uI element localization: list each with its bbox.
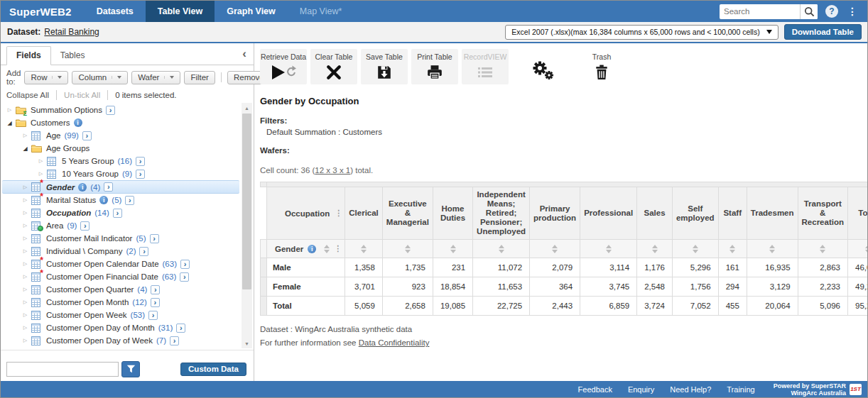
field-filter-input[interactable] — [6, 362, 119, 377]
info-icon[interactable]: i — [78, 183, 87, 192]
expand-node-icon[interactable]: ▷ — [21, 261, 30, 267]
open-field-arrow-icon[interactable]: › — [104, 182, 113, 192]
tab-tables[interactable]: Tables — [51, 47, 94, 65]
expand-node-icon[interactable]: ▷ — [21, 133, 30, 138]
expand-node-icon[interactable]: ▷ — [21, 338, 30, 343]
export-format-select[interactable]: Excel 2007 (.xlsx)(max 16,384 columns x … — [505, 25, 778, 40]
info-icon[interactable]: i — [99, 196, 108, 204]
column-menu-icon[interactable]: ⋮ — [335, 209, 342, 218]
download-table-button[interactable]: Download Table — [784, 24, 862, 40]
nav-tab-graph-view[interactable]: Graph View — [215, 1, 288, 22]
open-field-arrow-icon[interactable]: › — [136, 170, 145, 179]
open-field-arrow-icon[interactable]: › — [113, 209, 122, 218]
column-header-total[interactable]: Total — [847, 187, 867, 240]
column-header-tradesmen[interactable]: Tradesmen — [747, 187, 798, 240]
column-header-professional[interactable]: Professional — [580, 187, 637, 240]
tree-item-gender[interactable]: ▷*Genderi(4)› — [2, 180, 239, 194]
sort-toggle-icon[interactable] — [405, 245, 411, 253]
retrieve-data-button[interactable]: Retrieve Data — [260, 49, 307, 84]
collapse-node-icon[interactable]: ◢ — [5, 120, 14, 126]
tree-item-5-years-group[interactable]: ▷5 Years Group(16)› — [2, 155, 239, 167]
footer-link-feedback[interactable]: Feedback — [578, 385, 612, 394]
sort-toggle-icon[interactable] — [820, 245, 825, 253]
tree-item-customer-open-financial-date[interactable]: ▷*Customer Open Financial Date(63)› — [2, 270, 239, 283]
open-field-arrow-icon[interactable]: › — [170, 336, 179, 346]
open-field-arrow-icon[interactable]: › — [139, 247, 148, 256]
print-table-button[interactable]: Print Table — [411, 49, 458, 84]
tree-item-individual-company[interactable]: ▷Individual \ Company(2)› — [2, 245, 239, 258]
column-dimension-header[interactable]: Occupation⋮ — [267, 187, 345, 240]
tree-item-area[interactable]: ▷Area(9)› — [2, 219, 239, 232]
scroll-up-icon[interactable]: ▲ — [242, 103, 252, 113]
expand-node-icon[interactable]: ▷ — [21, 210, 30, 216]
open-field-arrow-icon[interactable]: › — [125, 196, 134, 205]
expand-node-icon[interactable]: ▷ — [21, 287, 30, 292]
footer-link-enquiry[interactable]: Enquiry — [628, 385, 654, 394]
expand-node-icon[interactable]: ▷ — [21, 299, 30, 305]
nav-tab-table-view[interactable]: Table View — [146, 1, 215, 22]
tree-item-customer-open-day-of-month[interactable]: ▷Customer Open Day of Month(31)› — [2, 321, 239, 334]
tree-item-customer-mail-indicator[interactable]: ▷Customer Mail Indicator(5)› — [2, 232, 239, 245]
sort-toggle-icon[interactable] — [450, 245, 456, 253]
save-table-button[interactable]: Save Table — [361, 49, 408, 84]
open-field-arrow-icon[interactable]: › — [150, 234, 159, 243]
open-field-arrow-icon[interactable]: › — [180, 260, 190, 269]
sort-toggle-icon[interactable] — [324, 245, 330, 253]
sort-toggle-icon[interactable] — [499, 245, 504, 253]
sort-toggle-icon[interactable] — [652, 245, 658, 253]
chevron-down-icon[interactable] — [112, 76, 121, 79]
open-field-arrow-icon[interactable]: › — [136, 157, 145, 166]
sort-toggle-icon[interactable] — [865, 245, 867, 253]
tree-item-customer-open-calendar-date[interactable]: ▷*Customer Open Calendar Date(63)› — [2, 258, 239, 270]
overflow-menu-icon[interactable]: ⋮ — [846, 6, 859, 17]
tab-fields[interactable]: Fields — [6, 46, 51, 65]
expand-node-icon[interactable]: ▷ — [21, 312, 30, 318]
tree-item-customer-open-week[interactable]: ▷Customer Open Week(53)› — [2, 309, 239, 321]
cell-count-link[interactable]: 12 x 3 x 1 — [315, 166, 350, 175]
untick-all-link[interactable]: Un-tick All — [64, 91, 100, 99]
sort-toggle-icon[interactable] — [729, 245, 735, 253]
sort-toggle-icon[interactable] — [552, 245, 558, 253]
open-field-arrow-icon[interactable]: › — [82, 131, 92, 140]
expand-node-icon[interactable]: ▷ — [36, 158, 45, 164]
tree-item-customer-open-month[interactable]: ▷Customer Open Month(12)› — [2, 296, 239, 309]
add-to-wafer-button[interactable]: Wafer — [131, 71, 180, 84]
expand-node-icon[interactable]: ▷ — [21, 274, 30, 280]
gears-button[interactable] — [523, 49, 562, 84]
column-header-primary-production[interactable]: Primary production — [530, 187, 580, 240]
add-to-filter-button[interactable]: Filter — [184, 71, 215, 84]
tree-item-occupation[interactable]: ▷Occupation(14)› — [2, 206, 239, 219]
row-dimension-header[interactable]: Genderi⋮ — [267, 240, 345, 258]
clear-table-button[interactable]: Clear Table — [310, 49, 357, 84]
expand-node-icon[interactable]: ▷ — [21, 197, 30, 203]
add-to-row-button[interactable]: Row — [24, 71, 68, 84]
tree-item-customers[interactable]: ◢Customersi — [2, 116, 239, 129]
filter-funnel-icon[interactable] — [121, 361, 140, 377]
expand-node-icon[interactable]: ▷ — [5, 107, 14, 113]
sort-toggle-icon[interactable] — [769, 245, 775, 253]
tree-item-customer-open-day-of-week[interactable]: ▷Customer Open Day of Week(7)› — [2, 334, 239, 347]
expand-node-icon[interactable]: ▷ — [21, 325, 30, 331]
tree-item-age[interactable]: ▷Age(99)› — [2, 129, 239, 142]
search-icon[interactable] — [800, 4, 818, 19]
expand-node-icon[interactable]: ▷ — [21, 223, 30, 228]
scroll-down-icon[interactable]: ▼ — [242, 338, 252, 348]
footer-link-need-help[interactable]: Need Help? — [670, 385, 711, 394]
scrollbar-thumb[interactable] — [242, 114, 251, 289]
nav-tab-datasets[interactable]: Datasets — [85, 1, 146, 22]
expand-node-icon[interactable]: ▷ — [21, 236, 30, 241]
open-field-arrow-icon[interactable]: › — [151, 298, 160, 307]
column-header-independent-means-retired-pensioner-unemployed[interactable]: Independent Means; Retired; Pensioner; U… — [473, 187, 530, 240]
tree-item-customer-open-quarter[interactable]: ▷Customer Open Quarter(4)› — [2, 283, 239, 296]
column-header-clerical[interactable]: Clerical — [345, 187, 383, 240]
expand-node-icon[interactable]: ▷ — [21, 248, 30, 254]
dataset-link[interactable]: Retail Banking — [44, 27, 99, 37]
info-icon[interactable]: i — [74, 118, 82, 127]
open-field-arrow-icon[interactable]: › — [151, 285, 160, 294]
expand-node-icon[interactable]: ▷ — [21, 184, 30, 190]
data-confidentiality-link[interactable]: Data Confidentiality — [359, 338, 430, 347]
collapse-node-icon[interactable]: ◢ — [21, 145, 30, 152]
expand-node-icon[interactable]: ▷ — [36, 171, 45, 177]
open-field-arrow-icon[interactable]: › — [148, 311, 158, 320]
open-field-arrow-icon[interactable]: › — [80, 221, 89, 231]
